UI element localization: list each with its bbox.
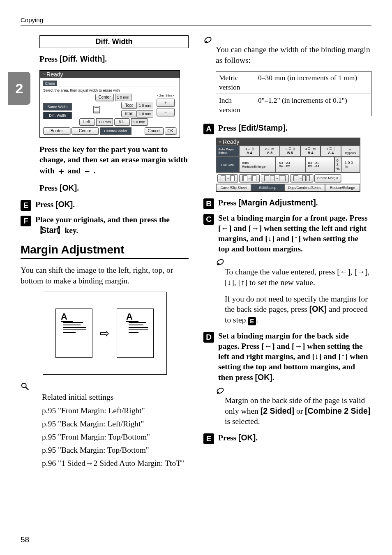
step-6: F Place your originals, and then press t… <box>21 215 189 236</box>
press-ok-1: Press [OK]. <box>39 183 189 193</box>
margin-intro: You can shift the image to the left, rig… <box>21 265 189 286</box>
diff-width-button: [Diff. Width] <box>60 54 105 63</box>
start-key: Start <box>35 226 62 235</box>
reference-list: Related initial settings p.95 "Front Mar… <box>21 391 189 470</box>
diff-width-heading: Diff. Width <box>39 35 189 48</box>
page-icon <box>307 175 310 181</box>
percent-display: 9 3 % <box>334 157 342 173</box>
page-icon <box>302 175 306 181</box>
ref-item: p.95 "Front Margin: Top/Bottom" <box>42 431 189 443</box>
margin-range-table: Metric version0–30 mm (in increments of … <box>216 71 371 116</box>
ref-item: p.96 "1 Sided→2 Sided Auto Margin: TtoT" <box>42 457 189 470</box>
shot-subtitle: Select the area, then adjust width to er… <box>43 88 176 92</box>
note-2: To change the value entered, press [←], … <box>203 258 371 325</box>
ok-button: OK <box>165 127 176 135</box>
reference-icon <box>21 382 30 391</box>
note-icon <box>216 386 225 395</box>
edit-stamp-screenshot: Ready Auto Paper Select 1 ≡ ▯A 4 2 ≡ ▭A … <box>216 138 360 192</box>
svg-point-0 <box>22 383 26 388</box>
ref-intro: Related initial settings <box>42 391 189 403</box>
right-value: 1 0 mm <box>131 118 148 126</box>
chapter-tab: 2 <box>8 72 30 105</box>
cancel-button: Cancel <box>145 127 163 135</box>
step-3-icon: C <box>203 214 214 225</box>
btm-value: 1 0 mm <box>137 110 153 117</box>
left-column: Diff. Width Press [Diff. Width]. Ready E… <box>21 35 189 471</box>
page: Copying 2 Diff. Width Press [Diff. Width… <box>0 0 392 555</box>
top-button: Top: <box>121 102 137 109</box>
press-key-instruction: Press the key for the part you want to c… <box>39 144 189 177</box>
header-rule <box>21 25 371 25</box>
ok-label: [OK] <box>60 183 77 192</box>
note-2b: If you do not need to specify the margin… <box>225 294 371 325</box>
page-number: 58 <box>21 535 29 544</box>
note-icon <box>216 258 225 267</box>
press-diff-width: Press [Diff. Width]. <box>39 54 189 64</box>
step-5-icon: E <box>203 433 214 444</box>
plus-icon: ＋ <box>157 99 175 107</box>
edit-stamp-label: [Edit/Stamp] <box>238 123 286 132</box>
dup-combine-button: Dup./Combine/Series <box>284 184 325 191</box>
ref-item: p.95 "Front Margin: Left/Right" <box>42 405 189 417</box>
two-column-layout: Diff. Width Press [Diff. Width]. Ready E… <box>21 35 371 471</box>
step-3-text: Set a binding margin for a front page. P… <box>218 213 371 254</box>
page-icon <box>279 175 286 181</box>
page-icon <box>264 175 269 181</box>
minus-icon: － <box>83 166 92 176</box>
step-6-icon: F <box>21 216 31 226</box>
center-button: Center <box>95 94 113 101</box>
erase-tab: Erase <box>43 81 57 86</box>
auto-reduce-button: Auto Reduce/Enlarge <box>239 157 276 173</box>
page-icon <box>221 175 226 181</box>
same-width-button: Same Width <box>43 103 72 111</box>
step-5-icon: E <box>21 200 31 211</box>
create-margin-button: Create Margin <box>314 174 341 182</box>
note-2a: To change the value entered, press [←], … <box>225 267 371 288</box>
shot2-ready-title: Ready <box>216 138 360 145</box>
ratio-button-1: A3→A4 B4→B5 <box>276 157 305 173</box>
margin-adjustment-heading: Margin Adjustment <box>21 243 189 259</box>
diff-width-button-shot: Diff. Width <box>43 112 72 119</box>
border-button: Border <box>43 127 70 135</box>
centre-border-button: Centre/Border <box>100 127 132 135</box>
plus-icon: ＋ <box>57 166 66 176</box>
note-icon <box>203 35 212 44</box>
page-icon <box>242 175 247 181</box>
step-5-ref-icon: E <box>248 317 256 325</box>
page-icon <box>251 175 256 181</box>
right-column: You can change the width of the binding … <box>203 35 371 471</box>
reduce-enlarge-button: Reduce/Enlarge <box>325 184 360 191</box>
btm-button: Btm: <box>121 110 137 117</box>
center-value: 1 0 mm <box>115 94 131 101</box>
table-cell: Metric version <box>216 71 255 94</box>
page-icon <box>293 175 298 181</box>
table-cell: 0"–1.2" (in increments of 0.1") <box>255 94 371 116</box>
arrow-icon: ⇨ <box>100 327 109 340</box>
ok-label: [OK] <box>309 304 327 313</box>
full-size-button: Full Size <box>216 157 239 173</box>
combine-2-side-label: [Combine 2 Side] <box>305 406 370 415</box>
top-value: 1 0 mm <box>137 102 153 109</box>
left-button: Left: <box>79 118 95 126</box>
note-3: Margin on the back side of the page is v… <box>203 386 371 427</box>
hundred-button: 1 0 0 % <box>342 157 360 173</box>
note-1: You can change the width of the binding … <box>203 44 371 65</box>
step-5: E Press [OK]. <box>21 199 189 211</box>
page-icon <box>270 175 275 181</box>
ok-label: [OK] <box>255 373 272 382</box>
running-header: Copying <box>21 16 371 23</box>
erase-dialog-screenshot: Ready Erase Select the area, then adjust… <box>39 70 180 138</box>
step-3: C Set a binding margin for a front page.… <box>203 213 371 254</box>
edit-stamp-button: Edit/Stamp <box>251 184 284 191</box>
auto-paper-button: Auto Paper Select <box>216 145 239 157</box>
ok-label: [OK] <box>55 200 73 209</box>
svg-line-1 <box>25 387 28 390</box>
table-cell: 0–30 mm (in increments of 1 mm) <box>255 71 371 94</box>
step-4-icon: D <box>203 332 214 343</box>
shot-ready-title: Ready <box>40 71 180 78</box>
ok-label: [OK] <box>238 433 256 442</box>
cover-slip-button: Cover/Slip Sheet <box>216 184 251 191</box>
page-icon <box>230 175 235 181</box>
step-4: D Set a binding margin for the back side… <box>203 331 371 383</box>
right-button: Rt.: <box>114 118 130 126</box>
